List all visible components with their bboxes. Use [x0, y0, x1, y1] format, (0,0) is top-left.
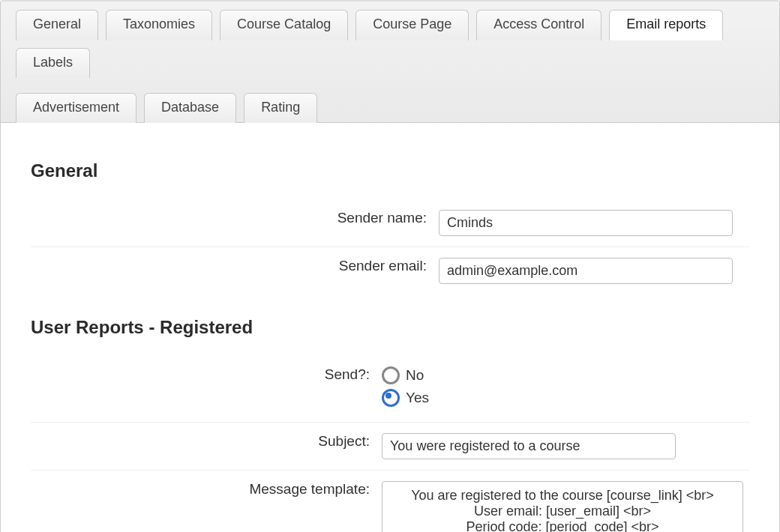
general-form: Sender name: Sender email:: [31, 199, 749, 294]
sender-email-input[interactable]: [439, 258, 733, 284]
sender-email-label: Sender email:: [31, 247, 433, 295]
send-radio-no-label: No: [406, 367, 424, 384]
subject-input[interactable]: [382, 433, 676, 459]
tab-course-page[interactable]: Course Page: [356, 10, 469, 40]
tab-general[interactable]: General: [16, 10, 98, 40]
tab-rating[interactable]: Rating: [244, 93, 317, 123]
send-radio-no[interactable]: [382, 366, 400, 384]
template-textarea[interactable]: [382, 481, 743, 532]
tab-bar: General Taxonomies Course Catalog Course…: [1, 1, 779, 123]
send-radio-yes[interactable]: [382, 389, 400, 407]
tab-email-reports[interactable]: Email reports: [609, 10, 723, 40]
tab-labels[interactable]: Labels: [16, 48, 90, 78]
tab-advertisement[interactable]: Advertisement: [16, 93, 136, 123]
send-radio-yes-label: Yes: [406, 390, 429, 406]
user-reports-form: Send?: No Yes Subject:: [31, 356, 749, 532]
tab-course-catalog[interactable]: Course Catalog: [220, 10, 348, 40]
section-title-general: General: [31, 160, 749, 181]
settings-panel: General Taxonomies Course Catalog Course…: [0, 0, 780, 532]
send-label: Send?:: [31, 356, 376, 423]
subject-label: Subject:: [31, 423, 376, 471]
sender-name-label: Sender name:: [31, 199, 433, 247]
sender-name-input[interactable]: [439, 210, 733, 236]
tab-taxonomies[interactable]: Taxonomies: [106, 10, 212, 40]
tab-access-control[interactable]: Access Control: [476, 10, 602, 40]
section-title-user-reports: User Reports - Registered: [31, 317, 749, 338]
template-label: Message template:: [31, 471, 376, 533]
tab-database[interactable]: Database: [144, 93, 236, 123]
tab-content: General Sender name: Sender email: User …: [1, 123, 779, 532]
